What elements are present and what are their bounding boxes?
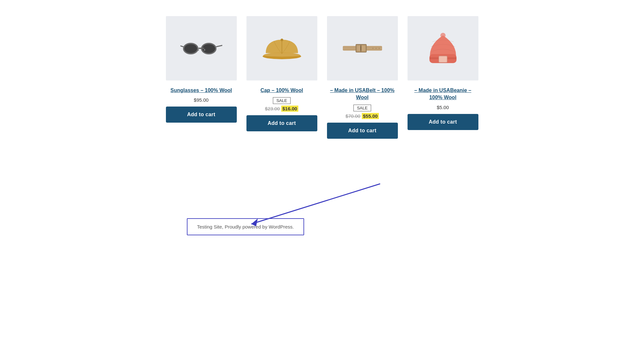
svg-point-8 [204, 49, 205, 51]
cap-icon [261, 29, 303, 68]
price-original-cap: $23.00 [265, 106, 280, 111]
svg-line-6 [216, 45, 222, 47]
add-to-cart-sunglasses[interactable]: Add to cart [166, 107, 237, 123]
product-title-belt[interactable]: – Made in USABelt – 100% Wool [327, 87, 398, 101]
price-sale-cap: $16.00 [281, 106, 299, 112]
sale-badge-cap: SALE [273, 97, 291, 104]
price-original-belt: $70.00 [346, 113, 360, 119]
products-grid: Sunglasses – 100% Wool $95.00 Add to car… [103, 16, 541, 139]
svg-point-19 [372, 48, 373, 49]
belt-icon [341, 29, 383, 68]
sunglasses-icon [180, 29, 222, 68]
product-image-sunglasses [166, 16, 237, 80]
price-regular-sunglasses: $95.00 [194, 97, 209, 103]
footer-wrapper: Testing Site, Proudly powered by WordPre… [103, 177, 541, 235]
product-card-beanie: – Made in USABeanie – 100% Wool $5.00 Ad… [408, 16, 478, 139]
beanie-icon [422, 29, 464, 68]
product-title-cap[interactable]: Cap – 100% Wool [260, 87, 303, 94]
svg-line-5 [180, 45, 183, 47]
page-wrapper: Sunglasses – 100% Wool $95.00 Add to car… [97, 0, 548, 261]
product-card-belt: – Made in USABelt – 100% Wool SALE $70.0… [327, 16, 398, 139]
product-image-belt [327, 16, 398, 80]
product-title-sunglasses[interactable]: Sunglasses – 100% Wool [170, 87, 232, 94]
svg-point-20 [375, 48, 376, 49]
product-image-cap [246, 16, 317, 80]
svg-point-1 [184, 44, 197, 53]
svg-point-21 [379, 48, 380, 49]
footer-text: Testing Site, Proudly powered by WordPre… [197, 224, 294, 229]
product-card-sunglasses: Sunglasses – 100% Wool $95.00 Add to car… [166, 16, 237, 139]
sale-badge-belt: SALE [353, 105, 371, 111]
product-price-belt: $70.00$55.00 [346, 113, 379, 119]
add-to-cart-beanie[interactable]: Add to cart [408, 114, 478, 130]
svg-point-3 [202, 44, 215, 53]
svg-rect-4 [198, 48, 204, 49]
svg-point-10 [281, 39, 283, 41]
price-sale-belt: $55.00 [362, 113, 379, 119]
price-regular-beanie: $5.00 [437, 105, 449, 110]
svg-rect-24 [439, 56, 447, 62]
footer-text-box: Testing Site, Proudly powered by WordPre… [187, 218, 304, 235]
add-to-cart-belt[interactable]: Add to cart [327, 123, 398, 139]
product-price-sunglasses: $95.00 [194, 97, 209, 103]
product-title-beanie[interactable]: – Made in USABeanie – 100% Wool [408, 87, 478, 101]
svg-point-25 [440, 33, 446, 38]
product-card-cap: Cap – 100% Wool SALE $23.00$16.00 Add to… [246, 16, 317, 139]
product-image-beanie [408, 16, 478, 80]
add-to-cart-cap[interactable]: Add to cart [246, 115, 317, 131]
svg-point-7 [197, 49, 199, 51]
product-price-cap: $23.00$16.00 [265, 106, 299, 111]
product-price-beanie: $5.00 [437, 105, 449, 110]
